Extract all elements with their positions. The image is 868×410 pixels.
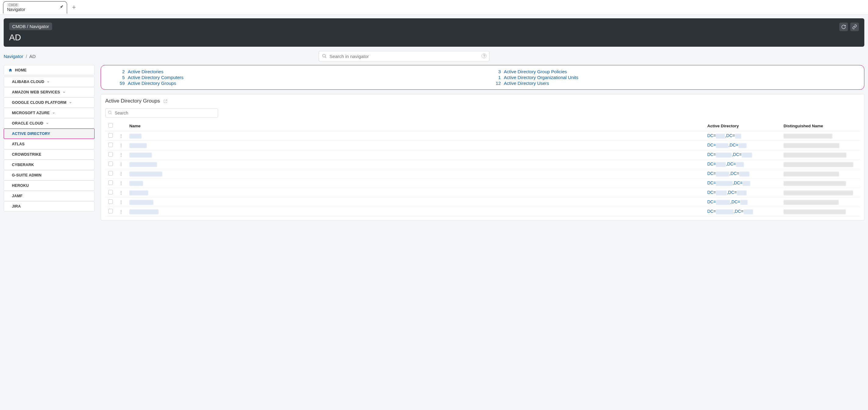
- tab-cmdb-navigator[interactable]: CMDB Navigator: [3, 1, 67, 13]
- row-checkbox[interactable]: [108, 190, 113, 195]
- summary-link[interactable]: Active Directory Group Policies: [504, 69, 567, 74]
- row-checkbox[interactable]: [108, 199, 113, 204]
- sidebar-item-label: GOOGLE CLOUD PLATFORM: [12, 100, 66, 105]
- summary-count: 1: [483, 75, 501, 80]
- cell-ad[interactable]: DC=,DC=: [707, 143, 747, 147]
- summary-link[interactable]: Active Directory Computers: [128, 75, 184, 80]
- cell-name-redacted: [129, 172, 162, 176]
- sidebar-item-alibaba-cloud[interactable]: ALIBABA CLOUD: [4, 77, 95, 87]
- new-tab-button[interactable]: +: [70, 3, 78, 11]
- sidebar-item-oracle-cloud[interactable]: ORACLE CLOUD: [4, 118, 95, 128]
- col-ad[interactable]: Active Directory: [704, 121, 780, 131]
- table-row[interactable]: ⋮DC=,DC=: [105, 150, 860, 160]
- copy-link-button[interactable]: [850, 23, 859, 31]
- sidebar-item-g-suite-admin[interactable]: G-SUITE ADMIN: [4, 170, 95, 180]
- sidebar-item-amazon-web-services[interactable]: AMAZON WEB SERVICES: [4, 87, 95, 97]
- cell-ad[interactable]: DC=,DC=: [707, 162, 744, 166]
- sidebar-item-atlas[interactable]: ATLAS: [4, 139, 95, 149]
- sidebar-item-cyberark[interactable]: CYBERARK: [4, 160, 95, 170]
- table-row[interactable]: ⋮DC=,DC=: [105, 169, 860, 179]
- summary-link[interactable]: Active Directory Users: [504, 81, 549, 86]
- row-checkbox[interactable]: [108, 180, 113, 185]
- cell-dn-redacted: [783, 134, 832, 139]
- table-row[interactable]: ⋮DC=,DC=: [105, 188, 860, 198]
- cell-dn-redacted: [783, 172, 839, 176]
- header-breadcrumb: CMDB / Navigator: [9, 23, 52, 30]
- row-checkbox[interactable]: [108, 209, 113, 213]
- summary-count: 3: [483, 69, 501, 74]
- row-menu-icon[interactable]: ⋮: [119, 153, 123, 157]
- table-row[interactable]: ⋮DC=,DC=: [105, 131, 860, 141]
- sidebar-item-crowdstrike[interactable]: CROWDSTRIKE: [4, 149, 95, 160]
- subheader: Navigator / AD ?: [4, 47, 864, 65]
- table-search-input[interactable]: [105, 108, 218, 118]
- row-menu-icon[interactable]: ⋮: [119, 200, 123, 204]
- sidebar-item-label: ORACLE CLOUD: [12, 121, 43, 125]
- row-menu-icon[interactable]: ⋮: [119, 143, 123, 147]
- row-checkbox[interactable]: [108, 152, 113, 156]
- sidebar-item-jira[interactable]: JIRA: [4, 201, 95, 211]
- cell-ad[interactable]: DC=,DC=: [707, 180, 750, 185]
- cell-name-redacted: [129, 153, 152, 157]
- table-row[interactable]: ⋮DC=,DC=: [105, 160, 860, 169]
- cell-ad[interactable]: DC=,DC=: [707, 199, 747, 204]
- row-checkbox[interactable]: [108, 143, 113, 147]
- summary-count: 2: [106, 69, 125, 74]
- refresh-button[interactable]: [839, 23, 848, 31]
- sidebar-item-heroku[interactable]: HEROKU: [4, 180, 95, 191]
- cell-dn-redacted: [783, 209, 846, 214]
- breadcrumb-root[interactable]: Navigator: [4, 54, 23, 59]
- svg-point-1: [108, 111, 111, 114]
- table-row[interactable]: ⋮DC=,DC=: [105, 198, 860, 207]
- summary-link[interactable]: Active Directories: [128, 69, 163, 74]
- summary-count: 5: [106, 75, 125, 80]
- breadcrumb-current: AD: [29, 54, 36, 59]
- row-menu-icon[interactable]: ⋮: [119, 162, 123, 166]
- breadcrumb-separator: /: [26, 54, 27, 59]
- breadcrumb: Navigator / AD: [4, 54, 36, 59]
- card-title: Active Directory Groups: [105, 98, 160, 104]
- summary-link[interactable]: Active Directory Organizational Units: [504, 75, 578, 80]
- cell-ad[interactable]: DC=,DC=: [707, 209, 753, 214]
- open-external-icon[interactable]: [163, 99, 168, 104]
- row-menu-icon[interactable]: ⋮: [119, 191, 123, 195]
- col-name[interactable]: Name: [126, 121, 704, 131]
- sidebar-item-label: CROWDSTRIKE: [12, 152, 41, 156]
- cell-name-redacted: [129, 143, 147, 148]
- cell-dn-redacted: [783, 143, 839, 148]
- chevron-down-icon: [52, 111, 55, 115]
- tab-label: Navigator: [7, 7, 56, 12]
- sidebar-item-active-directory[interactable]: ACTIVE DIRECTORY: [4, 128, 95, 139]
- cell-ad[interactable]: DC=,DC=: [707, 171, 749, 176]
- sidebar-item-label: JAMF: [12, 194, 23, 198]
- cell-ad[interactable]: DC=,DC=: [707, 152, 752, 157]
- col-dn[interactable]: Distinguished Name: [780, 121, 860, 131]
- row-checkbox[interactable]: [108, 162, 113, 166]
- row-checkbox[interactable]: [108, 133, 113, 138]
- pin-icon[interactable]: [60, 5, 64, 9]
- summary-link[interactable]: Active Directory Groups: [128, 81, 176, 86]
- row-menu-icon[interactable]: ⋮: [119, 209, 123, 214]
- cell-dn-redacted: [783, 153, 846, 157]
- select-all-checkbox[interactable]: [108, 123, 113, 127]
- row-menu-icon[interactable]: ⋮: [119, 181, 123, 185]
- sidebar-item-google-cloud-platform[interactable]: GOOGLE CLOUD PLATFORM: [4, 97, 95, 108]
- table-row[interactable]: ⋮DC=,DC=: [105, 141, 860, 150]
- sidebar-item-jamf[interactable]: JAMF: [4, 191, 95, 201]
- table-row[interactable]: ⋮DC=,DC=: [105, 179, 860, 188]
- cell-ad[interactable]: DC=,DC=: [707, 190, 747, 195]
- cell-dn-redacted: [783, 181, 846, 186]
- sidebar-item-label: CYBERARK: [12, 163, 34, 167]
- chevron-down-icon: [46, 80, 50, 83]
- sidebar-home[interactable]: HOME: [4, 65, 95, 76]
- table-row[interactable]: ⋮DC=,DC=: [105, 207, 860, 216]
- search-input[interactable]: [319, 51, 490, 61]
- row-menu-icon[interactable]: ⋮: [119, 134, 123, 138]
- cell-name-redacted: [129, 181, 143, 186]
- cell-ad[interactable]: DC=,DC=: [707, 133, 741, 138]
- main-content: 2Active Directories5Active Directory Com…: [101, 65, 864, 221]
- row-checkbox[interactable]: [108, 171, 113, 176]
- row-menu-icon[interactable]: ⋮: [119, 172, 123, 176]
- sidebar-item-microsoft-azure[interactable]: MICROSOFT AZURE: [4, 108, 95, 118]
- table-search: [105, 108, 218, 118]
